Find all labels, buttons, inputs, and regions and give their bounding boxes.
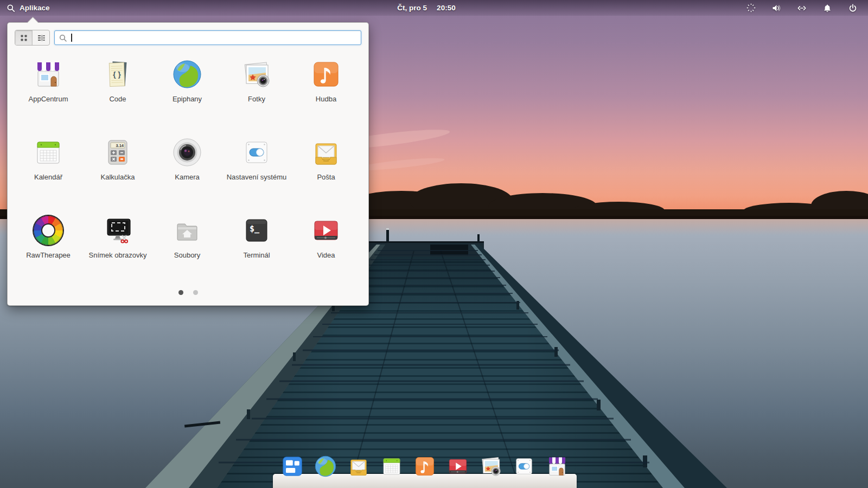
app-label: Kamera: [175, 173, 200, 182]
app-kamera[interactable]: Kamera: [152, 130, 222, 208]
app-code[interactable]: { } Code: [83, 52, 152, 130]
search-input[interactable]: [54, 30, 361, 45]
search-icon: [7, 4, 15, 12]
dock-item-videos[interactable]: [445, 453, 471, 479]
panel-time: 20:50: [437, 4, 456, 12]
calendar-icon: [31, 135, 66, 170]
dock-item-photos[interactable]: [478, 453, 504, 479]
dock-item-calendar[interactable]: [379, 453, 405, 479]
videos-icon: [309, 213, 343, 248]
app-kalendar[interactable]: Kalendář: [14, 130, 83, 208]
app-soubory[interactable]: Soubory: [152, 208, 222, 286]
panel-date: Čt, pro 5: [397, 4, 427, 12]
dock-item-epiphany[interactable]: [312, 453, 339, 479]
appcenter-icon: [31, 57, 66, 92]
network-icon: [797, 4, 807, 12]
appcenter-icon: [544, 453, 570, 479]
terminal-icon: $_: [239, 213, 274, 248]
photos-icon: [478, 453, 504, 479]
app-label: AppCentrum: [29, 95, 68, 104]
page-dot-1[interactable]: [178, 290, 183, 295]
music-icon: [412, 453, 438, 479]
app-snimek-obrazovky[interactable]: Snímek obrazovky: [83, 208, 152, 286]
dock-item-multitasking-view[interactable]: [279, 453, 305, 479]
dock-item-mail[interactable]: [346, 453, 372, 479]
app-label: Pošta: [317, 173, 335, 182]
volume-icon: [771, 4, 781, 12]
page-dot-2[interactable]: [193, 290, 198, 295]
mail-icon: [309, 135, 343, 170]
top-panel: Aplikace Čt, pro 5 20:50: [0, 0, 868, 16]
calculator-icon: 3.14: [100, 135, 135, 170]
camera-icon: [170, 135, 205, 170]
network-indicator[interactable]: [797, 3, 807, 13]
app-kalkulacka[interactable]: 3.14 Kalkulačka: [83, 130, 152, 208]
notifications-indicator[interactable]: [822, 3, 832, 13]
volume-indicator[interactable]: [771, 3, 781, 13]
power-indicator[interactable]: [848, 3, 858, 13]
night-light-icon: [746, 3, 756, 12]
dock: [273, 450, 577, 488]
app-label: Kalendář: [34, 173, 62, 182]
app-fotky[interactable]: Fotky: [222, 52, 291, 130]
videos-icon: [445, 453, 471, 479]
files-icon: [170, 213, 205, 248]
app-rawtherapee[interactable]: RawTherapee: [14, 208, 83, 286]
app-appcentrum[interactable]: AppCentrum: [14, 52, 83, 130]
app-label: Terminál: [243, 251, 270, 260]
system-settings-icon: [239, 135, 274, 170]
music-icon: [309, 57, 343, 92]
svg-text:$_: $_: [250, 224, 260, 234]
dock-item-system-settings[interactable]: [511, 453, 537, 479]
calendar-icon: [379, 453, 405, 479]
app-label: Nastavení systému: [227, 173, 287, 182]
svg-text:{ }: { }: [113, 70, 122, 79]
app-label: Fotky: [248, 95, 265, 104]
app-hudba[interactable]: Hudba: [291, 52, 361, 130]
applications-menu-label: Aplikace: [20, 4, 50, 12]
app-label: Snímek obrazovky: [89, 251, 147, 260]
svg-text:3.14: 3.14: [116, 143, 124, 148]
app-label: Epiphany: [173, 95, 202, 104]
app-label: Soubory: [174, 251, 200, 260]
epiphany-icon: [312, 453, 339, 479]
app-posta[interactable]: Pošta: [291, 130, 361, 208]
page-indicator: [8, 290, 368, 295]
list-view-icon: [37, 34, 46, 42]
app-epiphany[interactable]: Epiphany: [152, 52, 222, 130]
epiphany-icon: [170, 57, 205, 92]
code-icon: { }: [100, 57, 135, 92]
screenshot-icon: [100, 213, 135, 248]
app-label: Code: [109, 95, 126, 104]
list-view-button[interactable]: [32, 30, 49, 45]
app-grid: AppCentrum { } Code Epiphany: [14, 52, 361, 286]
app-label: Videa: [317, 251, 335, 260]
bell-icon: [823, 4, 832, 12]
app-label: Kalkulačka: [101, 173, 135, 182]
grid-view-icon: [20, 34, 28, 42]
grid-view-button[interactable]: [15, 30, 32, 45]
app-label: Hudba: [316, 95, 336, 104]
mail-icon: [346, 453, 372, 479]
applications-menu-button[interactable]: Aplikace: [0, 4, 50, 12]
color-wheel-icon: [34, 216, 63, 245]
app-label: RawTherapee: [26, 251, 71, 260]
dock-item-music[interactable]: [412, 453, 438, 479]
night-light-indicator[interactable]: [746, 3, 756, 13]
app-nastaveni-systemu[interactable]: Nastavení systému: [222, 130, 291, 208]
indicator-area: [746, 3, 868, 13]
system-settings-icon: [511, 453, 537, 479]
multitasking-view-icon: [279, 453, 305, 479]
photos-icon: [239, 57, 274, 92]
view-switcher: [15, 30, 50, 46]
dock-item-appcenter[interactable]: [544, 453, 570, 479]
panel-clock[interactable]: Čt, pro 5 20:50: [397, 4, 455, 12]
app-videa[interactable]: Videa: [291, 208, 361, 286]
text-caret: [71, 34, 72, 42]
power-icon: [848, 4, 857, 12]
search-icon: [59, 34, 67, 42]
app-launcher: AppCentrum { } Code Epiphany: [7, 22, 369, 306]
app-terminal[interactable]: $_ Terminál: [222, 208, 291, 286]
